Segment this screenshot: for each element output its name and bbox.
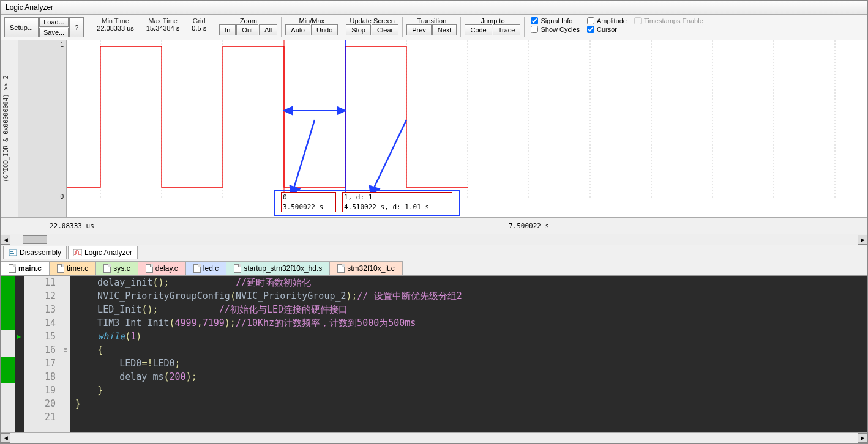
horizontal-scrollbar[interactable]: ◀ ▶ xyxy=(1,234,867,245)
timestamps-checkbox: Timestamps Enable xyxy=(634,17,703,24)
update-label: Update Screen xyxy=(350,17,395,24)
line-number-gutter: 1112131415161718192021 xyxy=(24,276,61,432)
signal-value-column: 1 0 xyxy=(18,40,67,217)
fold-gutter[interactable]: ⊟ xyxy=(61,276,70,432)
file-tab-sys-c[interactable]: sys.c xyxy=(95,261,138,275)
marker2-value: 1, d: 1 xyxy=(342,192,452,202)
logic-analyzer-viewport[interactable]: (GPIOD_IDR & 0x00000004) >> 2 1 0 xyxy=(1,40,867,218)
waveform-area[interactable]: 0 3.500022 s 1, d: 1 4.510022 s, d: 1.01… xyxy=(67,40,867,217)
file-tab-delay-c[interactable]: delay.c xyxy=(138,261,186,275)
save-button[interactable]: Save... xyxy=(39,28,69,37)
view-tabs: Disassembly Logic Analyzer xyxy=(1,245,867,261)
jump-label: Jump to xyxy=(481,17,504,24)
maxtime-display: Max Time 15.34384 s xyxy=(141,17,184,32)
grid-display: Grid 0.5 s xyxy=(187,17,211,32)
scroll-left-icon[interactable]: ◀ xyxy=(1,235,10,245)
minmax-auto-button[interactable]: Auto xyxy=(285,24,310,35)
file-icon xyxy=(9,264,16,273)
tab-logic-analyzer-label: Logic Analyzer xyxy=(84,248,132,257)
show-cycles-checkbox[interactable]: Show Cycles xyxy=(531,26,580,33)
signal-info-checkbox[interactable]: Signal Info xyxy=(531,17,580,24)
logic-analyzer-icon xyxy=(73,249,82,256)
minmax-label: Min/Max xyxy=(299,17,325,24)
tab-logic-analyzer[interactable]: Logic Analyzer xyxy=(68,246,138,259)
file-tabs: main.ctimer.csys.cdelay.cled.cstartup_st… xyxy=(1,261,867,276)
zoom-out-button[interactable]: Out xyxy=(236,24,258,35)
tab-disassembly[interactable]: Disassembly xyxy=(3,246,67,259)
svg-rect-23 xyxy=(10,253,14,254)
marker2-time: 4.510022 s, d: 1.01 s xyxy=(342,202,452,212)
jump-code-button[interactable]: Code xyxy=(465,24,492,35)
code-editor[interactable]: ▶ 1112131415161718192021 ⊟ delay_init();… xyxy=(1,276,867,432)
time-right-label: 7.500022 s xyxy=(509,222,549,230)
window-title: Logic Analyzer xyxy=(1,1,867,15)
load-button[interactable]: Load... xyxy=(39,17,69,27)
svg-rect-24 xyxy=(73,249,82,256)
time-left-label: 22.08333 us xyxy=(50,222,94,230)
setup-button[interactable]: Setup... xyxy=(4,17,39,37)
file-tab-label: sys.c xyxy=(113,264,130,273)
file-tab-stm32f10x_it-c[interactable]: stm32f10x_it.c xyxy=(329,261,402,275)
svg-rect-21 xyxy=(9,250,17,256)
file-tab-label: startup_stm32f10x_hd.s xyxy=(244,264,322,273)
transition-prev-button[interactable]: Prev xyxy=(406,24,432,35)
editor-scrollbar[interactable]: ◀ ▶ xyxy=(1,432,867,443)
file-tab-label: stm32f10x_it.c xyxy=(347,264,394,273)
file-icon xyxy=(146,264,153,273)
update-stop-button[interactable]: Stop xyxy=(346,24,371,35)
svg-line-19 xyxy=(373,120,406,190)
toolbar: Setup... Load... Save... ? Min Time 22.0… xyxy=(1,15,867,40)
file-tab-startup_stm32f10x_hd-s[interactable]: startup_stm32f10x_hd.s xyxy=(226,261,330,275)
file-tab-main-c[interactable]: main.c xyxy=(1,261,50,275)
svg-rect-22 xyxy=(10,251,13,252)
transition-label: Transition xyxy=(417,17,446,24)
code-content[interactable]: delay_init(); //延时函数初始化 NVIC_PriorityGro… xyxy=(70,276,867,432)
disassembly-icon xyxy=(9,249,17,256)
file-tab-label: timer.c xyxy=(67,264,88,273)
file-tab-label: main.c xyxy=(18,264,42,273)
scroll-right-icon[interactable]: ▶ xyxy=(858,235,867,245)
zoom-label: Zoom xyxy=(240,17,257,24)
signal-name-label: (GPIOD_IDR & 0x00000004) >> 2 xyxy=(1,40,18,217)
svg-marker-16 xyxy=(337,107,345,114)
svg-marker-15 xyxy=(284,107,292,114)
time-axis: 22.08333 us 7.500022 s xyxy=(1,218,867,234)
file-icon xyxy=(234,264,241,273)
file-tab-led-c[interactable]: led.c xyxy=(185,261,226,275)
jump-trace-button[interactable]: Trace xyxy=(493,24,521,35)
svg-line-17 xyxy=(293,120,315,190)
tab-disassembly-label: Disassembly xyxy=(20,248,61,257)
file-icon xyxy=(57,264,64,273)
file-icon xyxy=(193,264,201,273)
file-tab-label: led.c xyxy=(203,264,219,273)
minmax-undo-button[interactable]: Undo xyxy=(311,24,338,35)
marker1-value: 0 xyxy=(281,192,336,202)
current-line-icon: ▶ xyxy=(15,330,24,343)
help-button[interactable]: ? xyxy=(69,17,84,37)
breakpoint-gutter[interactable] xyxy=(1,276,15,432)
file-icon xyxy=(103,264,111,273)
fold-toggle-icon[interactable]: ⊟ xyxy=(61,343,70,357)
zoom-in-button[interactable]: In xyxy=(219,24,236,35)
cursor-checkbox[interactable]: Cursor xyxy=(587,26,627,33)
update-clear-button[interactable]: Clear xyxy=(372,24,398,35)
amplitude-checkbox[interactable]: Amplitude xyxy=(587,17,627,24)
execution-marker-gutter: ▶ xyxy=(15,276,24,432)
transition-next-button[interactable]: Next xyxy=(432,24,457,35)
marker1-time: 3.500022 s xyxy=(281,202,336,212)
file-tab-timer-c[interactable]: timer.c xyxy=(49,261,96,275)
editor-scroll-right-icon[interactable]: ▶ xyxy=(858,433,867,443)
editor-scroll-left-icon[interactable]: ◀ xyxy=(1,433,10,443)
zoom-all-button[interactable]: All xyxy=(259,24,277,35)
file-tab-label: delay.c xyxy=(155,264,178,273)
mintime-display: Min Time 22.08333 us xyxy=(92,17,139,32)
scroll-thumb[interactable] xyxy=(23,235,47,244)
file-icon xyxy=(337,264,345,273)
